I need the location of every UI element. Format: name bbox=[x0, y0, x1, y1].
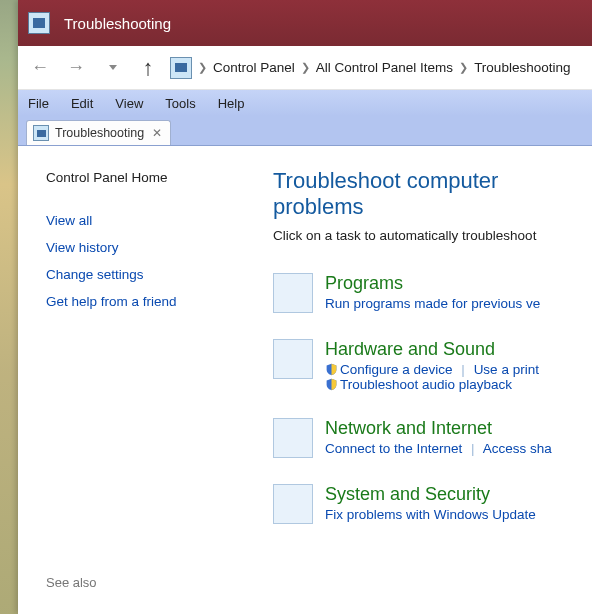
tab-bar: Troubleshooting ✕ bbox=[18, 116, 592, 146]
navigation-bar: ← → ↑ ❯ Control Panel ❯ All Control Pane… bbox=[18, 46, 592, 90]
category-title[interactable]: Programs bbox=[325, 273, 592, 294]
page-subtext: Click on a task to automatically trouble… bbox=[273, 228, 592, 243]
category-programs: Programs Run programs made for previous … bbox=[273, 273, 592, 313]
title-bar: Troubleshooting bbox=[18, 0, 592, 46]
separator: | bbox=[466, 441, 480, 456]
control-panel-home-link[interactable]: Control Panel Home bbox=[46, 170, 253, 185]
hardware-icon bbox=[273, 339, 313, 379]
tab-close-button[interactable]: ✕ bbox=[150, 126, 164, 140]
use-printer-link[interactable]: Use a print bbox=[474, 362, 539, 377]
category-hardware: Hardware and Sound Configure a device | … bbox=[273, 339, 592, 392]
tab-troubleshooting[interactable]: Troubleshooting ✕ bbox=[26, 120, 171, 145]
chevron-right-icon: ❯ bbox=[198, 61, 207, 74]
chevron-right-icon: ❯ bbox=[301, 61, 310, 74]
help-menu[interactable]: Help bbox=[216, 95, 247, 112]
edit-menu[interactable]: Edit bbox=[69, 95, 95, 112]
get-help-link[interactable]: Get help from a friend bbox=[46, 294, 253, 309]
shield-icon bbox=[325, 363, 338, 376]
view-menu[interactable]: View bbox=[113, 95, 145, 112]
window: Troubleshooting ← → ↑ ❯ Control Panel ❯ … bbox=[18, 0, 592, 614]
up-button[interactable]: ↑ bbox=[134, 54, 162, 82]
back-button[interactable]: ← bbox=[26, 54, 54, 82]
connect-internet-link[interactable]: Connect to the Internet bbox=[325, 441, 462, 456]
window-title: Troubleshooting bbox=[64, 15, 171, 32]
category-network: Network and Internet Connect to the Inte… bbox=[273, 418, 592, 458]
category-system: System and Security Fix problems with Wi… bbox=[273, 484, 592, 524]
access-shared-link[interactable]: Access sha bbox=[483, 441, 552, 456]
shield-icon bbox=[325, 378, 338, 391]
run-compat-link[interactable]: Run programs made for previous ve bbox=[325, 296, 540, 311]
tab-label: Troubleshooting bbox=[55, 126, 144, 140]
configure-device-link[interactable]: Configure a device bbox=[340, 362, 453, 377]
address-bar[interactable]: ❯ Control Panel ❯ All Control Panel Item… bbox=[170, 57, 586, 79]
programs-icon bbox=[273, 273, 313, 313]
troubleshoot-audio-link[interactable]: Troubleshoot audio playback bbox=[340, 377, 512, 392]
windows-update-link[interactable]: Fix problems with Windows Update bbox=[325, 507, 536, 522]
see-also-heading: See also bbox=[46, 575, 253, 604]
category-title[interactable]: Hardware and Sound bbox=[325, 339, 592, 360]
category-title[interactable]: Network and Internet bbox=[325, 418, 592, 439]
tab-icon bbox=[33, 125, 49, 141]
network-icon bbox=[273, 418, 313, 458]
file-menu[interactable]: File bbox=[26, 95, 51, 112]
tools-menu[interactable]: Tools bbox=[163, 95, 197, 112]
main-panel: Troubleshoot computer problems Click on … bbox=[273, 146, 592, 614]
page-title: Troubleshoot computer problems bbox=[273, 168, 592, 220]
view-history-link[interactable]: View history bbox=[46, 240, 253, 255]
chevron-down-icon bbox=[109, 65, 117, 70]
breadcrumb-item[interactable]: Troubleshooting bbox=[474, 60, 570, 75]
window-icon bbox=[28, 12, 50, 34]
breadcrumb-item[interactable]: Control Panel bbox=[213, 60, 295, 75]
view-all-link[interactable]: View all bbox=[46, 213, 253, 228]
change-settings-link[interactable]: Change settings bbox=[46, 267, 253, 282]
forward-button[interactable]: → bbox=[62, 54, 90, 82]
location-icon bbox=[170, 57, 192, 79]
sidebar: Control Panel Home View all View history… bbox=[18, 146, 273, 614]
menu-bar: File Edit View Tools Help bbox=[18, 90, 592, 116]
recent-dropdown[interactable] bbox=[98, 54, 126, 82]
content-area: Control Panel Home View all View history… bbox=[18, 146, 592, 614]
system-icon bbox=[273, 484, 313, 524]
separator: | bbox=[456, 362, 470, 377]
breadcrumb-item[interactable]: All Control Panel Items bbox=[316, 60, 453, 75]
chevron-right-icon: ❯ bbox=[459, 61, 468, 74]
category-title[interactable]: System and Security bbox=[325, 484, 592, 505]
